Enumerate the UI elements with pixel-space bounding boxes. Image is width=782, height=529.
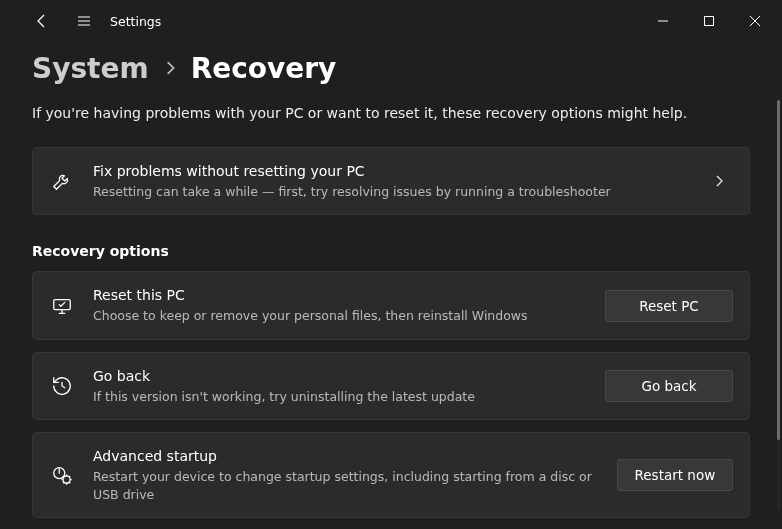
advanced-startup-title: Advanced startup bbox=[93, 447, 605, 466]
chevron-right-icon bbox=[163, 58, 177, 79]
troubleshoot-card[interactable]: Fix problems without resetting your PC R… bbox=[32, 147, 750, 215]
history-icon bbox=[49, 375, 75, 397]
reset-pc-icon bbox=[49, 295, 75, 317]
scrollbar-thumb[interactable] bbox=[777, 100, 780, 440]
window-close-button[interactable] bbox=[732, 5, 778, 37]
reset-pc-card: Reset this PC Choose to keep or remove y… bbox=[32, 271, 750, 339]
restart-now-button[interactable]: Restart now bbox=[617, 459, 733, 491]
window-minimize-button[interactable] bbox=[640, 5, 686, 37]
nav-menu-button[interactable] bbox=[64, 0, 104, 42]
recovery-options-heading: Recovery options bbox=[32, 243, 750, 259]
advanced-startup-subtitle: Restart your device to change startup se… bbox=[93, 468, 605, 503]
titlebar: Settings bbox=[0, 0, 782, 42]
go-back-card: Go back If this version isn't working, t… bbox=[32, 352, 750, 420]
window-maximize-button[interactable] bbox=[686, 5, 732, 37]
reset-pc-title: Reset this PC bbox=[93, 286, 593, 305]
page-content: System Recovery If you're having problem… bbox=[0, 42, 782, 529]
breadcrumb-parent[interactable]: System bbox=[32, 52, 149, 85]
breadcrumb-current: Recovery bbox=[191, 52, 337, 85]
page-description: If you're having problems with your PC o… bbox=[32, 105, 750, 121]
wrench-icon bbox=[49, 170, 75, 192]
power-gear-icon bbox=[49, 464, 75, 486]
troubleshoot-title: Fix problems without resetting your PC bbox=[93, 162, 705, 181]
breadcrumb: System Recovery bbox=[32, 52, 750, 85]
app-title: Settings bbox=[110, 14, 161, 29]
go-back-subtitle: If this version isn't working, try unins… bbox=[93, 388, 593, 406]
reset-pc-button[interactable]: Reset PC bbox=[605, 290, 733, 322]
go-back-title: Go back bbox=[93, 367, 593, 386]
back-button[interactable] bbox=[22, 0, 62, 42]
go-back-button[interactable]: Go back bbox=[605, 370, 733, 402]
troubleshoot-subtitle: Resetting can take a while — first, try … bbox=[93, 183, 705, 201]
scrollbar[interactable] bbox=[777, 100, 780, 510]
reset-pc-subtitle: Choose to keep or remove your personal f… bbox=[93, 307, 593, 325]
chevron-right-icon bbox=[705, 175, 733, 187]
advanced-startup-card: Advanced startup Restart your device to … bbox=[32, 432, 750, 518]
svg-rect-0 bbox=[705, 17, 714, 26]
